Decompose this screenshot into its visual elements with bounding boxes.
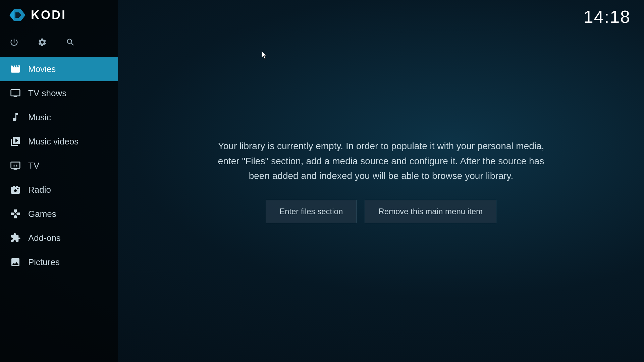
games-icon [9, 208, 21, 220]
addons-icon [9, 232, 21, 244]
app-logo: KODI [8, 6, 66, 24]
music-videos-icon [9, 135, 21, 147]
svg-marker-3 [9, 9, 14, 21]
sidebar-item-music-videos-label: Music videos [28, 136, 78, 147]
sidebar: KODI [0, 0, 118, 362]
empty-library-message: Your library is currently empty. In orde… [213, 139, 549, 184]
sidebar-item-pictures-label: Pictures [28, 257, 60, 267]
sidebar-item-radio-label: Radio [28, 185, 51, 195]
sidebar-item-movies-label: Movies [28, 64, 56, 74]
tv-icon [9, 160, 21, 172]
sidebar-item-addons-label: Add-ons [28, 233, 61, 243]
sidebar-item-tv[interactable]: TV [0, 154, 118, 178]
nav-menu: Movies TV shows Music [0, 54, 118, 362]
sidebar-item-music[interactable]: Music [0, 105, 118, 129]
radio-icon [9, 184, 21, 196]
main-content: Your library is currently empty. In orde… [118, 0, 644, 362]
movies-icon [9, 63, 21, 75]
sidebar-item-music-label: Music [28, 112, 51, 123]
sidebar-item-tv-shows[interactable]: TV shows [0, 81, 118, 105]
sidebar-item-radio[interactable]: Radio [0, 178, 118, 202]
empty-library-panel: Your library is currently empty. In orde… [213, 139, 549, 223]
sidebar-item-movies[interactable]: Movies [0, 57, 118, 81]
kodi-logo-icon [8, 6, 27, 24]
action-buttons-row: Enter files section Remove this main men… [266, 200, 496, 223]
sidebar-item-games-label: Games [28, 209, 56, 219]
sidebar-item-tv-label: TV [28, 161, 39, 171]
sidebar-item-addons[interactable]: Add-ons [0, 226, 118, 250]
remove-menu-item-button[interactable]: Remove this main menu item [365, 200, 496, 223]
music-icon [9, 111, 21, 123]
settings-button[interactable] [38, 38, 47, 47]
sidebar-item-tv-shows-label: TV shows [28, 88, 66, 99]
sidebar-item-games[interactable]: Games [0, 202, 118, 226]
enter-files-section-button[interactable]: Enter files section [266, 200, 357, 223]
top-toolbar [0, 30, 118, 54]
tv-shows-icon [9, 87, 21, 99]
sidebar-item-music-videos[interactable]: Music videos [0, 129, 118, 154]
app-name: KODI [31, 8, 66, 22]
sidebar-item-pictures[interactable]: Pictures [0, 250, 118, 274]
search-button[interactable] [66, 38, 75, 47]
pictures-icon [9, 256, 21, 268]
app-header: KODI [0, 0, 118, 30]
power-button[interactable] [9, 38, 19, 47]
